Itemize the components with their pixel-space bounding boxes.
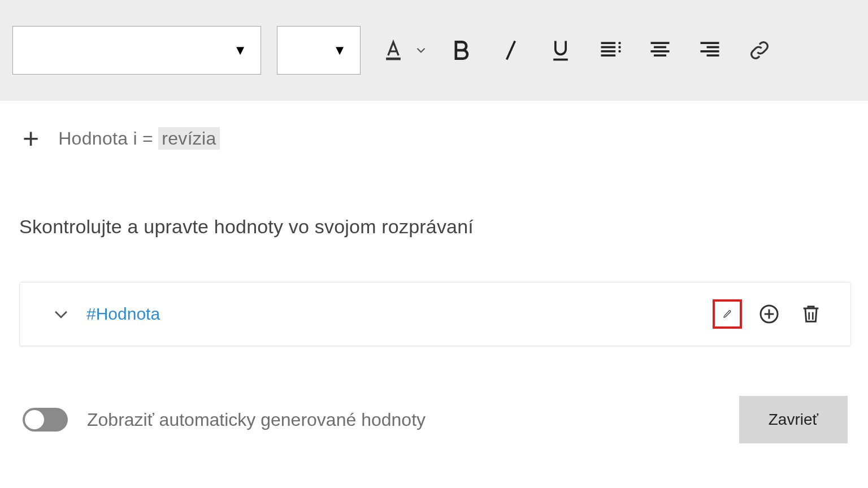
bullet-list-button[interactable] xyxy=(593,33,627,67)
font-color-button[interactable] xyxy=(376,33,410,67)
add-value-row[interactable]: + Hodnota i = revízia xyxy=(19,124,851,152)
svg-point-9 xyxy=(618,50,620,52)
align-center-button[interactable] xyxy=(643,33,677,67)
formatting-toolbar: ▼ ▼ xyxy=(0,0,868,101)
align-center-icon xyxy=(648,38,672,63)
font-color-dropdown[interactable] xyxy=(414,33,428,67)
svg-rect-0 xyxy=(386,57,401,60)
toggle-knob xyxy=(25,410,44,429)
align-right-icon xyxy=(697,38,722,63)
add-button[interactable] xyxy=(754,299,784,329)
auto-values-toggle[interactable] xyxy=(23,408,68,432)
trash-icon xyxy=(800,303,822,325)
section-heading: Skontrolujte a upravte hodnoty vo svojom… xyxy=(19,216,851,238)
font-family-select[interactable]: ▼ xyxy=(12,26,261,75)
edit-button[interactable] xyxy=(713,299,742,329)
italic-button[interactable] xyxy=(494,33,528,67)
bold-button[interactable] xyxy=(444,33,478,67)
plus-icon: + xyxy=(19,124,42,152)
italic-icon xyxy=(498,38,523,63)
value-tag[interactable]: #Hodnota xyxy=(86,304,160,324)
dropdown-triangle-icon: ▼ xyxy=(233,42,247,58)
bold-icon xyxy=(449,38,474,63)
delete-button[interactable] xyxy=(796,299,826,329)
value-card: #Hodnota xyxy=(19,282,851,346)
dropdown-triangle-icon: ▼ xyxy=(333,42,346,58)
chevron-down-icon[interactable] xyxy=(51,304,71,324)
underline-button[interactable] xyxy=(544,33,578,67)
add-value-label-prefix: Hodnota i = xyxy=(58,128,153,149)
plus-circle-icon xyxy=(758,303,780,325)
add-value-label-highlight: revízia xyxy=(158,127,219,150)
svg-point-8 xyxy=(618,46,620,48)
link-icon xyxy=(747,38,772,63)
chevron-down-icon xyxy=(414,38,428,63)
align-right-button[interactable] xyxy=(693,33,727,67)
svg-point-7 xyxy=(618,41,620,43)
underline-icon xyxy=(548,38,573,63)
font-size-select[interactable]: ▼ xyxy=(277,26,361,75)
link-button[interactable] xyxy=(743,33,776,67)
svg-line-1 xyxy=(507,41,515,59)
font-color-icon xyxy=(381,38,406,63)
pencil-icon xyxy=(723,303,732,325)
auto-values-toggle-label: Zobraziť automaticky generované hodnoty xyxy=(87,409,426,430)
close-button[interactable]: Zavrieť xyxy=(739,396,848,443)
bullet-list-icon xyxy=(598,38,623,63)
add-value-label: Hodnota i = revízia xyxy=(58,128,219,149)
